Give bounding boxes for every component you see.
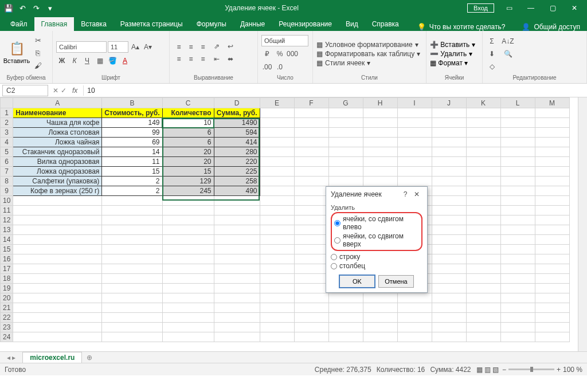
format-cells-button[interactable]: ▦ Формат ▾	[430, 59, 475, 67]
cell-K16[interactable]	[466, 254, 500, 264]
cell-L14[interactable]	[500, 235, 535, 245]
cell-A18[interactable]	[13, 274, 102, 284]
cell-M9[interactable]	[535, 186, 569, 196]
enter-formula-icon[interactable]: ✓	[61, 87, 66, 95]
cell-E7[interactable]	[260, 167, 294, 177]
cell-M20[interactable]	[535, 293, 569, 303]
cell-A17[interactable]	[13, 264, 102, 274]
cell-M21[interactable]	[535, 303, 569, 313]
cell-G4[interactable]	[328, 138, 363, 147]
cell-G20[interactable]	[328, 293, 363, 303]
row-header-11[interactable]: 11	[1, 206, 13, 215]
cell-K11[interactable]	[466, 206, 500, 215]
cell-A20[interactable]	[13, 293, 102, 303]
col-header-E[interactable]: E	[260, 98, 294, 108]
cell-J18[interactable]	[432, 274, 466, 284]
cell-A15[interactable]	[13, 245, 102, 254]
cancel-formula-icon[interactable]: ✕	[53, 87, 58, 95]
cell-M11[interactable]	[535, 206, 569, 215]
cell-C11[interactable]	[162, 206, 214, 215]
cell-H3[interactable]	[363, 128, 397, 138]
cell-F20[interactable]	[294, 293, 328, 303]
cell-E17[interactable]	[260, 264, 294, 274]
cell-A23[interactable]	[13, 323, 102, 332]
row-header-17[interactable]: 17	[1, 264, 13, 274]
cell-E16[interactable]	[260, 254, 294, 264]
cell-G1[interactable]	[328, 108, 363, 118]
cell-I3[interactable]	[397, 128, 432, 138]
cell-A2[interactable]: Чашка для кофе	[13, 118, 102, 128]
currency-icon[interactable]: ₽	[261, 48, 273, 60]
tab-data[interactable]: Данные	[233, 17, 272, 31]
cell-K13[interactable]	[466, 225, 500, 235]
row-header-20[interactable]: 20	[1, 293, 13, 303]
italic-icon[interactable]: К	[69, 55, 80, 66]
cell-F1[interactable]	[294, 108, 328, 118]
cell-J5[interactable]	[432, 147, 466, 157]
fx-icon[interactable]: fx	[69, 87, 81, 95]
cell-I7[interactable]	[397, 167, 432, 177]
cell-L20[interactable]	[500, 293, 535, 303]
cell-A8[interactable]: Салфетки (упаковка)	[13, 177, 102, 186]
cell-E9[interactable]	[260, 186, 294, 196]
zoom-control[interactable]: − + 100 %	[502, 366, 582, 374]
cell-J22[interactable]	[432, 313, 466, 323]
cell-B5[interactable]: 14	[102, 147, 162, 157]
cell-H5[interactable]	[363, 147, 397, 157]
cell-E12[interactable]	[260, 215, 294, 225]
cell-A1[interactable]: Наименование	[13, 108, 102, 118]
row-header-16[interactable]: 16	[1, 254, 13, 264]
number-format-combo[interactable]: Общий	[261, 35, 308, 46]
cell-D17[interactable]	[214, 264, 260, 274]
cell-E10[interactable]	[260, 196, 294, 206]
cell-A9[interactable]: Кофе в зернах (250 г)	[13, 186, 102, 196]
cell-B19[interactable]	[102, 284, 162, 293]
cell-G22[interactable]	[328, 313, 363, 323]
tab-file[interactable]: Файл	[3, 17, 34, 31]
cell-I8[interactable]	[397, 177, 432, 186]
cell-E24[interactable]	[260, 332, 294, 342]
cell-J17[interactable]	[432, 264, 466, 274]
col-header-L[interactable]: L	[500, 98, 535, 108]
cell-A24[interactable]	[13, 332, 102, 342]
cell-L15[interactable]	[500, 245, 535, 254]
cell-F9[interactable]	[294, 186, 328, 196]
cell-K20[interactable]	[466, 293, 500, 303]
cell-D21[interactable]	[214, 303, 260, 313]
tab-home[interactable]: Главная	[34, 17, 75, 31]
cell-B10[interactable]	[102, 196, 162, 206]
ok-button[interactable]: OK	[339, 275, 375, 288]
cell-E23[interactable]	[260, 323, 294, 332]
cell-L7[interactable]	[500, 167, 535, 177]
cell-E19[interactable]	[260, 284, 294, 293]
cell-B21[interactable]	[102, 303, 162, 313]
sheet-nav[interactable]: ◂ ▸	[0, 354, 22, 362]
tab-formulas[interactable]: Формулы	[190, 17, 233, 31]
cell-K15[interactable]	[466, 245, 500, 254]
cell-B3[interactable]: 99	[102, 128, 162, 138]
decrease-font-icon[interactable]: A▾	[142, 41, 154, 53]
cell-L23[interactable]	[500, 323, 535, 332]
font-color-icon[interactable]: A	[119, 55, 131, 66]
cell-C1[interactable]: Количество	[162, 108, 214, 118]
vertical-scrollbar[interactable]	[578, 97, 587, 351]
cell-H4[interactable]	[363, 138, 397, 147]
cell-J16[interactable]	[432, 254, 466, 264]
cell-F8[interactable]	[294, 177, 328, 186]
cell-C22[interactable]	[162, 313, 214, 323]
underline-icon[interactable]: Ч	[81, 55, 93, 66]
cell-D7[interactable]: 225	[214, 167, 260, 177]
cell-K5[interactable]	[466, 147, 500, 157]
cell-L1[interactable]	[500, 108, 535, 118]
cell-A3[interactable]: Ложка столовая	[13, 128, 102, 138]
cell-C20[interactable]	[162, 293, 214, 303]
col-header-I[interactable]: I	[397, 98, 432, 108]
cell-J20[interactable]	[432, 293, 466, 303]
cell-J10[interactable]	[432, 196, 466, 206]
cell-C12[interactable]	[162, 215, 214, 225]
cell-J15[interactable]	[432, 245, 466, 254]
cell-L5[interactable]	[500, 147, 535, 157]
cell-B16[interactable]	[102, 254, 162, 264]
cell-D2[interactable]: 1490	[214, 118, 260, 128]
cell-F21[interactable]	[294, 303, 328, 313]
